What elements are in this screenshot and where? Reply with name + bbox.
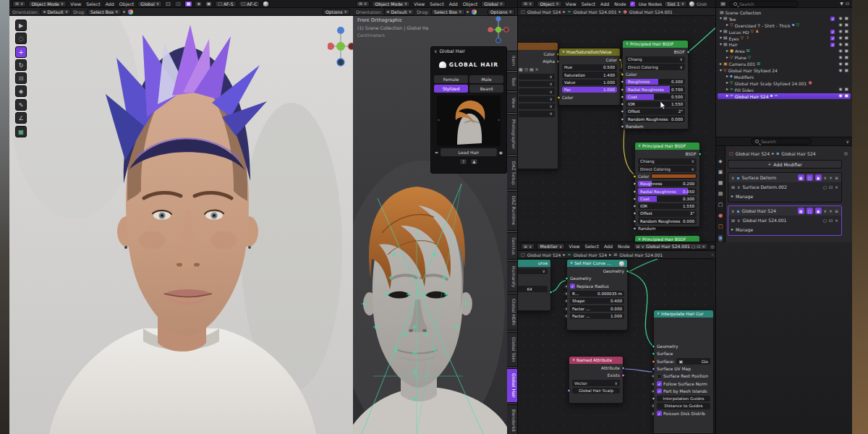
filter-dropdown-icon[interactable]: ∨ (846, 140, 849, 144)
menu-object[interactable]: Object (118, 1, 136, 7)
color-input-socket[interactable] (633, 174, 637, 178)
breadcrumb-nodetree[interactable]: Global Hair S24.001 (619, 252, 663, 258)
follow-surface-normal-checkbox[interactable]: ✓ (657, 381, 662, 386)
exists-output-socket[interactable] (621, 374, 625, 378)
tab-viewlayer-icon[interactable]: ▤ (718, 192, 723, 197)
outliner-row-area[interactable]: ▸●Area⊞◉▣ (718, 48, 851, 54)
image-option-dropdown[interactable]: ∨ (519, 103, 555, 110)
saturation-slider[interactable]: Saturation1.400 (562, 72, 617, 78)
surface-input-socket[interactable] (652, 352, 655, 356)
eye-icon[interactable]: ◉ (838, 88, 842, 92)
radial-roughness-slider[interactable]: Radial Roughness0.700 (626, 86, 685, 93)
eye-icon[interactable]: ◉ (838, 49, 842, 54)
node-group-selector[interactable]: ⊞∨ Global Hair S24.001 ○ ⊡ × (634, 243, 709, 250)
hsv-node[interactable]: ∨Hue/Saturation/Value Color Hue0.500 Sat… (558, 48, 621, 106)
add-modifier-button[interactable]: +Add Modifier (728, 160, 842, 169)
close-icon[interactable]: × (829, 176, 833, 180)
image-texture-node[interactable]: Color Alpha ▦ ◷ ▤ × ∨ ∨ ∨ ∨ ∨ ∨ (518, 42, 558, 169)
tool-annotate[interactable]: ✎ (15, 99, 27, 111)
drag-handle-icon[interactable]: ≡ (835, 176, 838, 180)
outliner-row-tee[interactable]: ▾▤Tee✓◉▣ (718, 16, 851, 22)
principled-hair-node-1[interactable]: ∨Principled Hair BSDF BSDF Chiang∨ Direc… (622, 40, 689, 129)
breadcrumb-material[interactable]: Global Hair S24.001 (629, 9, 673, 14)
hair-preview[interactable]: ‹ › (437, 95, 501, 146)
camera-icon[interactable]: ▣ (845, 94, 848, 98)
factor-max-slider[interactable]: Factor …1.000 (570, 313, 624, 320)
manage-section[interactable]: Manage (736, 194, 753, 199)
outliner-row-scalp[interactable]: ▸▽Global Hair Scalp Stylized 24.001● (718, 80, 851, 87)
select-mode-dropdown[interactable]: Select Box∨ (88, 9, 121, 15)
shading-mode-button[interactable] (262, 1, 270, 7)
image-option-dropdown[interactable]: ∨ (519, 88, 555, 95)
active-overlay-toggle[interactable]: ▦ (184, 1, 192, 7)
female-button[interactable]: Female (434, 75, 468, 83)
outliner-row-global-hair-s24[interactable]: ▸≈Global Hair S24▪≈◉▣ (718, 93, 851, 100)
male-button[interactable]: Male (469, 75, 503, 83)
menu-select[interactable]: Select (580, 1, 597, 7)
camera-icon[interactable]: ▣ (845, 62, 848, 67)
image-history-icon[interactable]: ◷ (524, 67, 528, 72)
ior-slider[interactable]: IOR1.550 (638, 203, 697, 210)
count-field[interactable]: 64 (518, 286, 548, 292)
interpolation-guides-field[interactable]: Interpolation Guides (657, 396, 710, 402)
tab-daz-setup[interactable]: DAZ Setup (507, 156, 518, 190)
render-toggle[interactable]: ▣ (815, 208, 822, 214)
editor-type-button[interactable]: ⊞∨ (12, 1, 26, 7)
camera-icon[interactable]: ▣ (845, 56, 848, 60)
beard-button[interactable]: Beard (469, 85, 503, 93)
duplicate-icon[interactable]: ⊡ (829, 218, 833, 223)
orientation-dropdown[interactable]: ▸Default∨ (41, 9, 71, 15)
hue-slider[interactable]: Hue0.500 (562, 64, 617, 71)
gizmo-toggle[interactable]: ◈ (195, 1, 203, 7)
browse-image-icon[interactable]: ▦ (519, 67, 523, 72)
bsdf-output-socket[interactable] (686, 51, 690, 54)
eye-icon[interactable]: ◉ (838, 17, 842, 21)
value-slider[interactable]: Value1.000 (562, 80, 617, 86)
menu-node[interactable]: Node (616, 244, 631, 249)
tab-blenderkit[interactable]: Blenderkit (507, 404, 518, 434)
output-socket[interactable] (549, 291, 553, 294)
outliner-row-fill-sides[interactable]: ▸≈Fill Sides◉▣ (718, 87, 851, 93)
surface-uv-map-socket[interactable] (652, 367, 655, 370)
poisson-disk-checkbox[interactable]: ✓ (657, 411, 662, 416)
menu-object[interactable]: Object (461, 1, 480, 7)
menu-select[interactable]: Select (583, 244, 600, 249)
random-input-socket[interactable] (633, 227, 637, 231)
random-input-socket[interactable] (621, 125, 624, 129)
stylized-button[interactable]: Stylized (434, 85, 468, 93)
color-swatch[interactable] (651, 174, 697, 179)
node-tree-type-dropdown[interactable]: Modifier∨ (537, 243, 565, 250)
prev-arrow-icon[interactable]: ‹ (438, 117, 440, 123)
outliner-row-plane[interactable]: ▸▽Plane▽◉▣ (718, 54, 851, 61)
geometry-input-socket[interactable] (565, 277, 569, 281)
distance-to-guides-field[interactable]: Distance to Guides (657, 403, 710, 409)
render-toggle[interactable]: ▣ (815, 174, 822, 181)
parametrization-dropdown[interactable]: Direct Coloring∨ (638, 166, 697, 172)
outliner-row-eyes[interactable]: ▾▤Eyes▽☽✓◉▣ (718, 35, 851, 42)
name-input-socket[interactable] (567, 388, 571, 392)
image-option-dropdown[interactable]: ∨ (519, 74, 555, 80)
breadcrumb-data[interactable]: Global Hair S24.001 (573, 9, 616, 14)
autofocus-single-button[interactable]: ▢AF-S (215, 1, 236, 7)
mode-dropdown[interactable]: Object Mode∨ (28, 1, 67, 7)
fake-user-icon[interactable]: ○ (823, 185, 827, 190)
proportional-edit-toggle[interactable]: ◌ (174, 1, 182, 7)
surface-object-field[interactable]: ▣Glo (676, 358, 710, 365)
transform-orientation-dropdown[interactable]: Global∨ (481, 1, 506, 7)
tab-render-icon[interactable]: ▣ (718, 170, 723, 175)
data-type-dropdown[interactable]: Vector∨ (572, 380, 620, 386)
replace-radius-checkbox[interactable]: ✓ (570, 284, 575, 289)
edit-mode-toggle[interactable]: ▦ (798, 174, 804, 181)
filter-icon[interactable]: ▼ (840, 1, 843, 6)
hair-curve-partial-node[interactable]: urve ∨ 64 (518, 259, 551, 311)
orientation-dropdown[interactable]: ▸Default∨ (384, 9, 414, 15)
dropdown-icon[interactable]: ∨ (824, 176, 827, 180)
modifier-name[interactable]: Global Hair S24 (741, 208, 775, 213)
color-input-socket[interactable] (621, 72, 624, 76)
breadcrumb-modifiers[interactable]: Global Hair S24 (781, 151, 815, 156)
tab-daz-runtime[interactable]: DAZ Runtime (507, 191, 518, 230)
camera-icon[interactable]: ▣ (845, 43, 848, 47)
load-hair-button[interactable]: Load Hair (441, 148, 497, 156)
outliner-row-global-hair-stylized[interactable]: ▾▽Global Hair Stylized 24◉▣ (718, 67, 851, 74)
image-option-dropdown[interactable]: ∨ (519, 96, 555, 103)
